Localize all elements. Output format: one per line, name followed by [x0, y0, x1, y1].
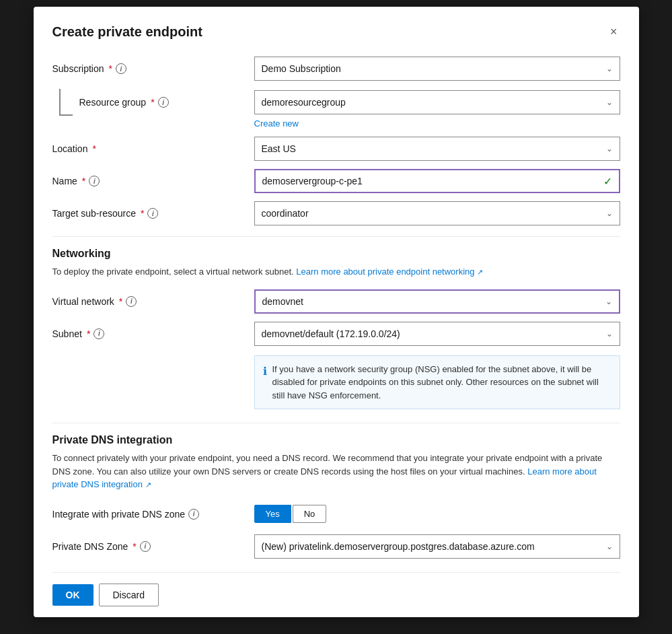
- location-select[interactable]: East US ⌄: [254, 137, 620, 161]
- location-label: Location *: [52, 143, 254, 154]
- dialog-header: Create private endpoint ×: [52, 23, 620, 40]
- resource-group-label: Resource group * i: [79, 97, 169, 108]
- target-sub-resource-chevron-icon: ⌄: [606, 209, 613, 218]
- no-button[interactable]: No: [293, 505, 327, 523]
- integrate-dns-toggle: Yes No: [254, 505, 620, 523]
- integrate-dns-row: Integrate with private DNS zone i Yes No: [52, 502, 620, 526]
- subscription-chevron-icon: ⌄: [606, 64, 613, 73]
- networking-external-link-icon: ↗: [477, 268, 483, 276]
- subnet-label: Subnet * i: [52, 328, 254, 339]
- nsg-info-box: ℹ If you have a network security group (…: [254, 350, 620, 410]
- target-sub-resource-row: Target sub-resource * i coordinator ⌄: [52, 201, 620, 225]
- resource-group-row: Resource group * i demoresourcegroup ⌄: [52, 89, 620, 116]
- virtual-network-row: Virtual network * i demovnet ⌄: [52, 289, 620, 314]
- nsg-info-content: ℹ If you have a network security group (…: [254, 355, 620, 410]
- subnet-chevron-icon: ⌄: [606, 329, 613, 339]
- networking-learn-more-link[interactable]: Learn more about private endpoint networ…: [296, 267, 483, 277]
- subnet-input[interactable]: demovnet/default (172.19.0.0/24) ⌄: [254, 322, 620, 346]
- name-info-icon[interactable]: i: [89, 176, 100, 186]
- target-sub-resource-label: Target sub-resource * i: [52, 208, 254, 219]
- target-sub-resource-info-icon[interactable]: i: [147, 208, 158, 219]
- dialog-title: Create private endpoint: [52, 24, 202, 40]
- virtual-network-chevron-icon: ⌄: [605, 297, 612, 306]
- dns-external-link-icon: ↗: [145, 481, 151, 489]
- private-dns-zone-input[interactable]: (New) privatelink.demoservergroup.postgr…: [254, 534, 620, 559]
- private-dns-desc: To connect privately with your private e…: [52, 452, 620, 491]
- resource-group-info-icon[interactable]: i: [158, 97, 169, 108]
- private-dns-section: Private DNS integration To connect priva…: [52, 434, 620, 559]
- ok-button[interactable]: OK: [52, 584, 94, 606]
- virtual-network-label: Virtual network * i: [52, 296, 254, 307]
- indent-connector: [59, 89, 73, 116]
- virtual-network-info-icon[interactable]: i: [126, 296, 137, 307]
- private-dns-zone-row: Private DNS Zone * i (New) privatelink.d…: [52, 534, 620, 559]
- subscription-label: Subscription * i: [52, 63, 254, 74]
- yes-no-toggle: Yes No: [254, 505, 620, 523]
- location-chevron-icon: ⌄: [606, 144, 613, 153]
- private-dns-zone-select[interactable]: (New) privatelink.demoservergroup.postgr…: [254, 534, 620, 559]
- subscription-info-icon[interactable]: i: [116, 63, 126, 74]
- subnet-select[interactable]: demovnet/default (172.19.0.0/24) ⌄: [254, 322, 620, 346]
- divider-networking: [52, 236, 620, 237]
- resource-group-input[interactable]: demoresourcegroup ⌄: [254, 90, 620, 114]
- nsg-info-icon: ℹ: [263, 363, 267, 402]
- name-label: Name * i: [52, 176, 254, 186]
- private-dns-zone-chevron-icon: ⌄: [606, 542, 613, 551]
- networking-heading: Networking: [52, 248, 620, 260]
- subnet-field-row: Subnet * i demovnet/default (172.19.0.0/…: [52, 322, 620, 346]
- subscription-input[interactable]: Demo Subscription ⌄: [254, 57, 620, 81]
- name-row: Name * i demoservergroup-c-pe1 ✓: [52, 169, 620, 193]
- subscription-row: Subscription * i Demo Subscription ⌄: [52, 57, 620, 81]
- create-private-endpoint-dialog: Create private endpoint × Subscription *…: [34, 7, 639, 617]
- dialog-footer: OK Discard: [52, 572, 620, 617]
- resource-group-select[interactable]: demoresourcegroup ⌄: [254, 90, 620, 114]
- location-input[interactable]: East US ⌄: [254, 137, 620, 161]
- target-sub-resource-input[interactable]: coordinator ⌄: [254, 201, 620, 225]
- integrate-dns-label: Integrate with private DNS zone i: [52, 509, 254, 520]
- name-input[interactable]: demoservergroup-c-pe1 ✓: [254, 169, 620, 193]
- name-valid-icon: ✓: [603, 175, 612, 188]
- discard-button[interactable]: Discard: [99, 584, 159, 606]
- target-sub-resource-select[interactable]: coordinator ⌄: [254, 201, 620, 225]
- private-dns-heading: Private DNS integration: [52, 434, 620, 446]
- virtual-network-select[interactable]: demovnet ⌄: [254, 289, 620, 314]
- name-text-input[interactable]: demoservergroup-c-pe1 ✓: [254, 169, 620, 193]
- networking-desc: To deploy the private endpoint, select a…: [52, 265, 620, 279]
- resource-group-chevron-icon: ⌄: [606, 98, 613, 107]
- integrate-dns-info-icon[interactable]: i: [188, 509, 199, 520]
- private-dns-zone-info-icon[interactable]: i: [140, 541, 151, 552]
- virtual-network-input[interactable]: demovnet ⌄: [254, 289, 620, 314]
- private-dns-zone-label: Private DNS Zone * i: [52, 541, 254, 552]
- create-new-link[interactable]: Create new: [254, 118, 620, 129]
- close-button[interactable]: ×: [607, 23, 620, 40]
- networking-section: Networking To deploy the private endpoin…: [52, 248, 620, 409]
- subnet-row: Subnet * i demovnet/default (172.19.0.0/…: [52, 322, 620, 410]
- subscription-select[interactable]: Demo Subscription ⌄: [254, 57, 620, 81]
- yes-button[interactable]: Yes: [254, 505, 291, 523]
- divider-dns: [52, 423, 620, 423]
- location-row: Location * East US ⌄: [52, 137, 620, 161]
- subnet-info-icon[interactable]: i: [94, 328, 104, 339]
